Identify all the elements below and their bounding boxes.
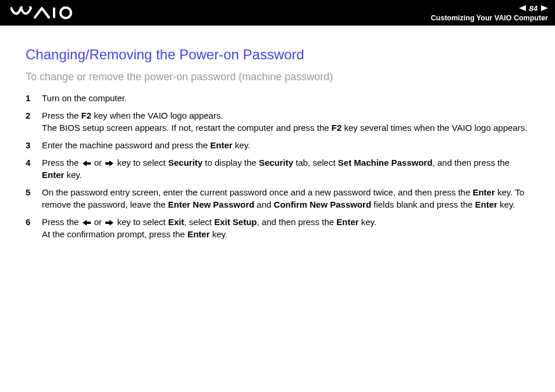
bold-key: Enter bbox=[210, 140, 232, 150]
step-text: Press the bbox=[42, 158, 81, 168]
step-text: Press the bbox=[42, 111, 81, 120]
step-text: , and then press the bbox=[257, 217, 337, 227]
step-body: Turn on the computer. bbox=[42, 92, 532, 104]
bold-key: Security bbox=[168, 158, 202, 168]
step-body: Enter the machine password and press the… bbox=[42, 140, 532, 151]
right-arrow-icon bbox=[105, 217, 113, 229]
left-arrow-icon bbox=[83, 217, 91, 229]
step-text: key. bbox=[64, 170, 82, 180]
step-number: 2 bbox=[26, 110, 42, 122]
bold-key: Enter bbox=[336, 217, 358, 227]
step-text: Turn on the computer. bbox=[42, 93, 127, 103]
step-text: The BIOS setup screen appears. If not, r… bbox=[42, 123, 332, 133]
page-subtitle: To change or remove the power-on passwor… bbox=[26, 71, 532, 83]
step-number: 3 bbox=[26, 140, 42, 151]
step-text: Enter the machine password and press the bbox=[42, 140, 210, 150]
bold-key: Set Machine Password bbox=[338, 158, 433, 168]
step-4: 4 Press the or key to select Security to… bbox=[26, 157, 532, 181]
step-text: key. bbox=[497, 199, 515, 209]
header-bar: 84 Customizing Your VAIO Computer bbox=[0, 0, 555, 26]
content-area: Changing/Removing the Power-on Password … bbox=[0, 26, 555, 258]
bold-key: Enter bbox=[42, 170, 64, 180]
next-page-icon[interactable] bbox=[541, 5, 548, 11]
left-arrow-icon bbox=[83, 158, 91, 169]
step-text: key several times when the VAIO logo app… bbox=[341, 123, 527, 133]
step-body: Press the or key to select Security to d… bbox=[42, 157, 532, 181]
header-right: 84 Customizing Your VAIO Computer bbox=[431, 4, 548, 22]
step-number: 6 bbox=[26, 216, 42, 228]
page-number: 84 bbox=[529, 4, 538, 13]
step-text: fields blank and press the bbox=[371, 199, 475, 209]
step-text: , and then press the bbox=[432, 158, 510, 168]
svg-marker-3 bbox=[541, 5, 548, 11]
step-text: key to select bbox=[115, 158, 168, 168]
step-text: key. bbox=[359, 217, 377, 227]
step-text: and bbox=[254, 199, 273, 209]
step-body: Press the F2 key when the VAIO logo appe… bbox=[42, 110, 532, 134]
pager: 84 bbox=[519, 4, 548, 13]
breadcrumb: Customizing Your VAIO Computer bbox=[431, 14, 548, 22]
steps-list: 1 Turn on the computer. 2 Press the F2 k… bbox=[26, 92, 532, 240]
svg-point-1 bbox=[61, 8, 71, 18]
vaio-logo-svg bbox=[10, 6, 74, 19]
step-body: Press the or key to select Exit, select … bbox=[42, 216, 532, 240]
svg-marker-6 bbox=[83, 220, 91, 226]
step-number: 4 bbox=[26, 157, 42, 169]
step-5: 5 On the password entry screen, enter th… bbox=[26, 187, 532, 211]
bold-key: Enter bbox=[472, 187, 494, 197]
step-6: 6 Press the or key to select Exit, selec… bbox=[26, 216, 532, 240]
bold-key: F2 bbox=[81, 111, 92, 120]
step-body: On the password entry screen, enter the … bbox=[42, 187, 532, 211]
step-text: Press the bbox=[42, 217, 81, 227]
svg-rect-0 bbox=[53, 8, 55, 18]
step-3: 3 Enter the machine password and press t… bbox=[26, 140, 532, 151]
right-arrow-icon bbox=[105, 158, 113, 169]
step-text: At the confirmation prompt, press the bbox=[42, 229, 187, 239]
step-text: to display the bbox=[202, 158, 259, 168]
bold-key: Security bbox=[259, 158, 293, 168]
step-1: 1 Turn on the computer. bbox=[26, 92, 532, 104]
vaio-logo bbox=[10, 6, 74, 19]
prev-page-icon[interactable] bbox=[519, 5, 526, 11]
step-text: or bbox=[92, 158, 105, 168]
step-text: , select bbox=[184, 217, 214, 227]
step-text: or bbox=[92, 217, 105, 227]
svg-marker-2 bbox=[519, 5, 526, 11]
svg-marker-5 bbox=[105, 161, 113, 166]
bold-key: F2 bbox=[332, 123, 342, 133]
bold-key: Enter bbox=[475, 199, 497, 209]
bold-key: Enter bbox=[187, 229, 209, 239]
svg-marker-4 bbox=[83, 161, 91, 166]
bold-key: Exit Setup bbox=[214, 217, 257, 227]
step-text: key. bbox=[233, 140, 251, 150]
svg-marker-7 bbox=[105, 220, 113, 226]
step-text: key when the VAIO logo appears. bbox=[91, 111, 223, 120]
step-number: 5 bbox=[26, 187, 42, 198]
bold-key: Exit bbox=[168, 217, 184, 227]
step-text: key. bbox=[209, 229, 227, 239]
step-2: 2 Press the F2 key when the VAIO logo ap… bbox=[26, 110, 532, 134]
page-title: Changing/Removing the Power-on Password bbox=[26, 47, 532, 63]
step-text: tab, select bbox=[293, 158, 338, 168]
step-number: 1 bbox=[26, 92, 42, 104]
step-text: On the password entry screen, enter the … bbox=[42, 187, 472, 197]
bold-key: Confirm New Password bbox=[274, 199, 372, 209]
step-text: key to select bbox=[115, 217, 168, 227]
bold-key: Enter New Password bbox=[168, 199, 254, 209]
